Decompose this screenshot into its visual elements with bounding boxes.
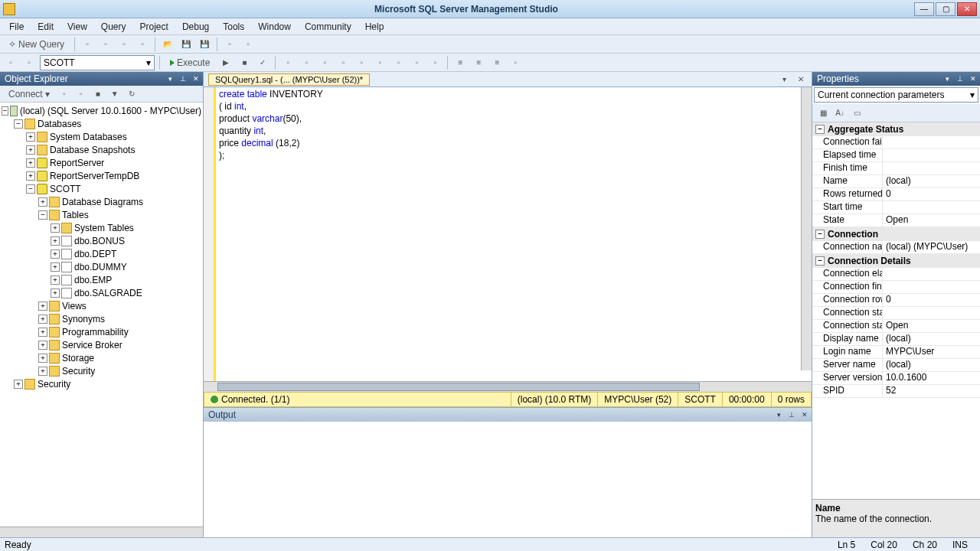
prop-row[interactable]: Name(local) (812, 175, 980, 188)
toolbar-icon[interactable]: ▫ (3, 55, 18, 70)
tree-databases[interactable]: Databases (38, 119, 81, 129)
query-tab[interactable]: SQLQuery1.sql - (... (MYPC\User (52))* (208, 73, 370, 86)
tree-tables[interactable]: Tables (62, 210, 89, 220)
tree-table[interactable]: dbo.BONUS (74, 236, 125, 246)
properties-page-icon[interactable]: ▭ (849, 106, 864, 121)
toolbar-icon[interactable]: ▫ (390, 55, 406, 70)
prop-row[interactable]: Connection finish (812, 281, 980, 294)
expand-icon[interactable]: + (51, 276, 60, 285)
prop-row[interactable]: SPID52 (812, 385, 980, 398)
collapse-icon[interactable]: − (815, 256, 825, 266)
expand-icon[interactable]: + (26, 158, 35, 168)
tree-table[interactable]: dbo.EMP (74, 275, 112, 285)
horizontal-scrollbar[interactable] (0, 527, 203, 537)
prop-row[interactable]: Connection name(local) (MYPC\User) (812, 241, 980, 254)
tree-table[interactable]: dbo.SALGRADE (74, 288, 142, 298)
menu-query[interactable]: Query (95, 20, 132, 34)
toolbar-icon[interactable]: ▫ (280, 55, 296, 70)
toolbar-icon[interactable]: ▫ (116, 37, 132, 52)
dropdown-icon[interactable]: ▾ (941, 73, 953, 84)
toolbar-icon[interactable]: ▫ (57, 86, 72, 102)
collapse-icon[interactable]: − (26, 184, 35, 194)
toolbar-icon[interactable]: ▫ (98, 37, 113, 52)
expand-icon[interactable]: + (38, 197, 47, 207)
menu-project[interactable]: Project (134, 20, 175, 34)
prop-row[interactable]: Server name(local) (812, 359, 980, 372)
open-icon[interactable]: 📂 (160, 37, 175, 52)
tree-item[interactable]: Security (38, 379, 70, 390)
chevron-down-icon[interactable]: ▾ (776, 72, 792, 87)
expand-icon[interactable]: + (51, 223, 60, 233)
indent-icon[interactable]: ≡ (452, 55, 468, 70)
menu-window[interactable]: Window (252, 20, 297, 34)
expand-icon[interactable]: + (51, 249, 60, 259)
prop-row[interactable]: Connection elaps (812, 268, 980, 281)
tree-item[interactable]: System Databases (50, 132, 127, 142)
close-icon[interactable]: ✕ (799, 409, 811, 420)
toolbar-icon[interactable]: ▫ (80, 37, 95, 52)
prop-row[interactable]: Connection start t (812, 307, 980, 320)
prop-row[interactable]: Elapsed time (812, 149, 980, 162)
scrollbar-thumb[interactable] (217, 383, 700, 391)
outdent-icon[interactable]: ≡ (471, 55, 486, 70)
collapse-icon[interactable]: − (815, 230, 825, 239)
tree-table[interactable]: dbo.DEPT (74, 249, 116, 259)
tree-scott[interactable]: SCOTT (50, 184, 81, 194)
menu-file[interactable]: File (3, 20, 30, 34)
tree-item[interactable]: Service Broker (62, 340, 122, 350)
menu-view[interactable]: View (61, 20, 93, 34)
prop-category[interactable]: −Connection Details (812, 254, 980, 268)
tree-server[interactable]: (local) (SQL Server 10.0.1600 - MYPC\Use… (20, 106, 201, 116)
close-button[interactable]: ✕ (957, 2, 977, 16)
prop-category[interactable]: −Aggregate Status (812, 122, 980, 136)
maximize-button[interactable]: ▢ (936, 2, 956, 16)
tree-item[interactable]: Database Snapshots (50, 145, 135, 155)
close-tab-icon[interactable]: ✕ (793, 72, 808, 87)
toolbar-icon[interactable]: ▫ (427, 55, 443, 70)
tree-item[interactable]: ReportServer (50, 158, 104, 168)
prop-row[interactable]: Connection failur (812, 136, 980, 149)
toolbar-icon[interactable]: ▫ (372, 55, 387, 70)
collapse-icon[interactable]: − (38, 210, 47, 220)
new-query-button[interactable]: ✧New Query (3, 37, 70, 52)
properties-grid[interactable]: −Aggregate Status Connection failur Elap… (812, 122, 980, 499)
tree-item[interactable]: Synonyms (62, 314, 105, 324)
toolbar-icon[interactable]: ▫ (74, 86, 89, 102)
close-icon[interactable]: ✕ (190, 73, 202, 84)
pin-icon[interactable]: ⊥ (177, 73, 189, 84)
toolbar-icon[interactable]: ▫ (135, 37, 150, 52)
stop-icon[interactable]: ■ (90, 86, 106, 102)
toolbar-icon[interactable]: ▫ (335, 55, 351, 70)
tree-item[interactable]: Security (62, 366, 95, 377)
tree-item[interactable]: Views (62, 301, 87, 311)
expand-icon[interactable]: + (51, 262, 60, 272)
tree-item[interactable]: Programmability (62, 327, 129, 337)
output-body[interactable] (204, 422, 812, 537)
comment-icon[interactable]: ≡ (489, 55, 505, 70)
expand-icon[interactable]: + (38, 367, 47, 376)
expand-icon[interactable]: + (38, 302, 47, 311)
prop-category[interactable]: −Connection (812, 227, 980, 241)
menu-debug[interactable]: Debug (176, 20, 215, 34)
expand-icon[interactable]: + (38, 328, 47, 337)
prop-row[interactable]: Start time (812, 201, 980, 214)
execute-button[interactable]: Execute (165, 55, 215, 70)
alphabetical-icon[interactable]: A↓ (832, 106, 848, 121)
filter-icon[interactable]: ▼ (107, 86, 122, 102)
toolbar-icon[interactable]: ▫ (354, 55, 369, 70)
prop-row[interactable]: Server version10.0.1600 (812, 372, 980, 385)
expand-icon[interactable]: + (38, 354, 47, 363)
query-editor[interactable]: create table INVENTORY ( id int, product… (204, 87, 812, 381)
collapse-icon[interactable]: − (14, 119, 23, 129)
prop-row[interactable]: Display name(local) (812, 333, 980, 346)
toolbar-icon[interactable]: ▫ (222, 37, 237, 52)
close-icon[interactable]: ✕ (967, 73, 979, 84)
expand-icon[interactable]: + (38, 315, 47, 324)
prop-row[interactable]: Connection stateOpen (812, 320, 980, 333)
collapse-icon[interactable]: − (2, 106, 8, 116)
prop-row[interactable]: Login nameMYPC\User (812, 346, 980, 359)
save-icon[interactable]: 💾 (178, 37, 194, 52)
toolbar-icon[interactable]: ▫ (409, 55, 424, 70)
pin-icon[interactable]: ⊥ (954, 73, 966, 84)
prop-row[interactable]: Finish time (812, 162, 980, 175)
